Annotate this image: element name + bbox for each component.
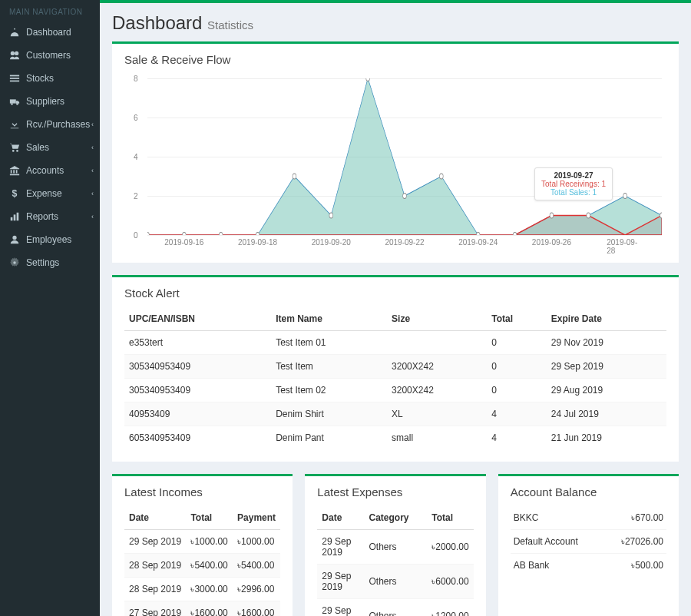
content: Dashboard Statistics Sale & Receive Flow… bbox=[100, 3, 691, 616]
sidebar-item-label: Employees bbox=[26, 234, 71, 245]
sidebar-item-accounts[interactable]: Accounts‹ bbox=[0, 159, 100, 182]
svg-text:$: $ bbox=[12, 188, 18, 199]
balance-row: BKKC৳670.00 bbox=[511, 506, 666, 529]
svg-point-23 bbox=[403, 193, 407, 198]
svg-point-24 bbox=[440, 174, 444, 179]
svg-point-27 bbox=[550, 213, 554, 218]
chart: 02468 2019-09-162019-09-182019-09-202019… bbox=[124, 74, 666, 250]
svg-point-0 bbox=[11, 51, 15, 55]
sidebar-item-rcv-purchases[interactable]: Rcv./Purchases‹ bbox=[0, 113, 100, 136]
cart-icon bbox=[9, 142, 20, 153]
expenses-panel: Latest Expenses DateCategoryTotal 29 Sep… bbox=[305, 474, 485, 616]
table-row[interactable]: 29 Sep 2019Others৳2000.00 bbox=[317, 530, 473, 565]
sidebar-item-label: Rcv./Purchases bbox=[26, 119, 90, 130]
sidebar-item-label: Sales bbox=[26, 142, 49, 153]
svg-point-22 bbox=[366, 78, 370, 81]
sidebar-item-label: Customers bbox=[26, 50, 71, 61]
table-row[interactable]: 28 Sep 2019৳3000.00৳2996.00 bbox=[124, 578, 280, 601]
table-row[interactable]: 29 Sep 2019৳1000.00৳1000.00 bbox=[124, 530, 280, 554]
sidebar-item-stocks[interactable]: Stocks bbox=[0, 67, 100, 90]
page-subtitle: Statistics bbox=[207, 18, 253, 31]
table-row[interactable]: 40953409Denim ShirtXL424 Jul 2019 bbox=[124, 402, 666, 426]
users-icon bbox=[9, 50, 20, 61]
svg-point-7 bbox=[16, 103, 18, 105]
tooltip-date: 2019-09-27 bbox=[541, 171, 606, 180]
bank-icon bbox=[9, 165, 20, 176]
table-row[interactable]: 605340953409Denim Pantsmall421 Jun 2019 bbox=[124, 426, 666, 450]
list-icon bbox=[9, 73, 20, 84]
svg-rect-11 bbox=[11, 217, 13, 220]
sidebar-item-sales[interactable]: Sales‹ bbox=[0, 136, 100, 159]
sidebar-item-customers[interactable]: Customers bbox=[0, 44, 100, 67]
table-row[interactable]: 305340953409Test Item3200X242029 Sep 201… bbox=[124, 355, 666, 379]
sidebar-item-label: Stocks bbox=[26, 73, 54, 84]
svg-point-9 bbox=[16, 150, 18, 152]
svg-rect-3 bbox=[10, 78, 19, 79]
table-row[interactable]: e353tertTest Item 01029 Nov 2019 bbox=[124, 331, 666, 355]
svg-point-16 bbox=[147, 232, 149, 235]
sidebar-item-suppliers[interactable]: Suppliers bbox=[0, 90, 100, 113]
svg-point-30 bbox=[660, 213, 662, 218]
stock-alert-table: UPC/EAN/ISBNItem NameSizeTotalExpire Dat… bbox=[124, 307, 666, 449]
table-header: Category bbox=[364, 506, 427, 530]
stock-alert-title: Stock Alert bbox=[124, 286, 666, 300]
sidebar-item-label: Settings bbox=[26, 257, 59, 268]
sidebar-item-label: Suppliers bbox=[26, 96, 64, 107]
svg-point-26 bbox=[513, 232, 517, 235]
svg-point-20 bbox=[293, 174, 296, 179]
svg-point-25 bbox=[476, 232, 480, 235]
tooltip-sales: Total Sales: 1 bbox=[541, 188, 606, 197]
table-header: Date bbox=[317, 506, 364, 530]
svg-point-18 bbox=[219, 232, 223, 235]
table-row[interactable]: 29 Sep 2019Others৳1200.00 bbox=[317, 599, 473, 617]
chart-panel: Sale & Receive Flow 02468 2019-09-162019… bbox=[112, 41, 679, 263]
table-row[interactable]: 28 Sep 2019৳5400.00৳5400.00 bbox=[124, 554, 280, 578]
gear-icon bbox=[9, 257, 20, 268]
expenses-title: Latest Expenses bbox=[317, 485, 473, 498]
table-row[interactable]: 305340953409Test Item 023200X242029 Aug … bbox=[124, 379, 666, 402]
sidebar: MAIN NAVIGATION DashboardCustomersStocks… bbox=[0, 0, 100, 616]
chart-tooltip: 2019-09-27 Total Receivings: 1 Total Sal… bbox=[534, 167, 613, 200]
table-row[interactable]: 29 Sep 2019Others৳6000.00 bbox=[317, 565, 473, 599]
table-header: Total bbox=[427, 506, 473, 530]
sidebar-item-label: Dashboard bbox=[26, 27, 71, 38]
balance-row: Default Account৳27026.00 bbox=[511, 529, 666, 553]
svg-point-28 bbox=[587, 213, 590, 218]
table-row[interactable]: 27 Sep 2019৳1600.00৳1600.00 bbox=[124, 601, 280, 617]
table-header: Total bbox=[487, 307, 547, 331]
chevron-left-icon: ‹ bbox=[91, 167, 94, 174]
sidebar-nav: DashboardCustomersStocksSuppliersRcv./Pu… bbox=[0, 21, 100, 274]
sidebar-item-settings[interactable]: Settings bbox=[0, 251, 100, 274]
svg-rect-5 bbox=[10, 99, 16, 103]
svg-point-19 bbox=[256, 232, 260, 235]
balance-panel: Account Balance BKKC৳670.00Default Accou… bbox=[498, 474, 679, 616]
table-header: Date bbox=[124, 506, 186, 530]
table-header: Item Name bbox=[271, 307, 387, 331]
svg-point-17 bbox=[183, 232, 187, 235]
sidebar-item-reports[interactable]: Reports‹ bbox=[0, 205, 100, 228]
svg-point-21 bbox=[329, 213, 333, 218]
chart-panel-title: Sale & Receive Flow bbox=[124, 53, 666, 66]
app-root: MAIN NAVIGATION DashboardCustomersStocks… bbox=[0, 0, 691, 616]
balance-row: AB Bank৳500.00 bbox=[511, 553, 666, 577]
svg-point-1 bbox=[15, 51, 18, 55]
report-icon bbox=[9, 211, 20, 222]
stock-alert-panel: Stock Alert UPC/EAN/ISBNItem NameSizeTot… bbox=[112, 275, 679, 462]
svg-rect-12 bbox=[14, 214, 16, 220]
chevron-left-icon: ‹ bbox=[91, 144, 94, 151]
sidebar-item-label: Accounts bbox=[26, 165, 64, 176]
sidebar-item-employees[interactable]: Employees bbox=[0, 228, 100, 251]
bottom-row: Latest Incomes DateTotalPayment 29 Sep 2… bbox=[112, 474, 679, 616]
incomes-title: Latest Incomes bbox=[124, 485, 280, 498]
chevron-left-icon: ‹ bbox=[91, 213, 94, 220]
user-icon bbox=[9, 234, 20, 245]
tooltip-receivings: Total Receivings: 1 bbox=[541, 180, 606, 188]
incomes-panel: Latest Incomes DateTotalPayment 29 Sep 2… bbox=[112, 474, 293, 616]
svg-rect-4 bbox=[10, 81, 19, 82]
chevron-left-icon: ‹ bbox=[91, 190, 94, 197]
svg-point-8 bbox=[12, 150, 15, 152]
dollar-icon: $ bbox=[9, 188, 20, 199]
download-icon bbox=[9, 119, 20, 130]
sidebar-item-expense[interactable]: $Expense‹ bbox=[0, 182, 100, 205]
sidebar-item-dashboard[interactable]: Dashboard bbox=[0, 21, 100, 44]
